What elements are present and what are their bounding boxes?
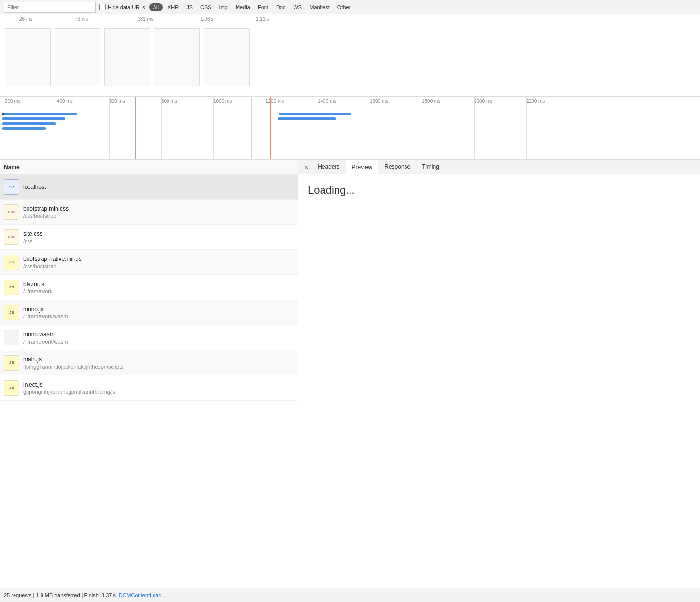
file-icon-0: <> — [4, 179, 19, 195]
timeline-bars-area — [0, 109, 700, 159]
tl-bar-2 — [2, 122, 56, 125]
ruler-tick-10: 2200 ms — [526, 99, 545, 104]
request-row-5[interactable]: JS mono.js /_framework/wasm — [0, 300, 298, 325]
request-info-7: main.js ffpmgghannindojpckbnlakejhfheopn… — [23, 356, 294, 370]
tl-bar-1 — [2, 117, 65, 120]
request-name-3: bootstrap-native.min.js — [23, 256, 294, 262]
filter-xhr-button[interactable]: XHR — [165, 3, 182, 11]
file-icon-3: JS — [4, 255, 19, 270]
request-info-3: bootstrap-native.min.js /css/bootstrap — [23, 256, 294, 269]
request-list[interactable]: Name <> localhost CSS bootstrap.min.css … — [0, 160, 298, 588]
content-area: Name <> localhost CSS bootstrap.min.css … — [0, 159, 700, 588]
ruler-tick-0: 200 ms — [5, 99, 21, 104]
request-info-2: site.css /css — [23, 230, 294, 244]
request-path-2: /css — [23, 238, 294, 244]
filter-all-button[interactable]: All — [149, 3, 163, 11]
filter-buttons: All XHR JS CSS Img Media Font Doc WS Man… — [149, 3, 354, 11]
thumb-3 — [154, 28, 200, 86]
request-name-5: mono.js — [23, 306, 294, 313]
file-icon-6 — [4, 330, 19, 345]
request-list-header: Name — [0, 160, 298, 174]
file-icon-8: JS — [4, 380, 19, 396]
request-path-5: /_framework/wasm — [23, 314, 294, 319]
request-row-1[interactable]: CSS bootstrap.min.css /css/bootstrap — [0, 200, 298, 225]
request-info-1: bootstrap.min.css /css/bootstrap — [23, 205, 294, 219]
wt-tick-4: 1.11 s — [256, 16, 269, 22]
request-name-6: mono.wasm — [23, 331, 294, 338]
request-info-5: mono.js /_framework/wasm — [23, 306, 294, 319]
hide-data-urls-checkbox[interactable] — [99, 4, 106, 10]
filter-font-button[interactable]: Font — [255, 3, 271, 11]
status-text: 25 requests | 1.9 MB transferred | Finis… — [4, 592, 119, 598]
detail-content: Loading... — [298, 174, 700, 588]
request-row-3[interactable]: JS bootstrap-native.min.js /css/bootstra… — [0, 250, 298, 275]
file-icon-1: CSS — [4, 204, 19, 220]
request-name-0: localhost — [23, 184, 294, 190]
file-icon-7: JS — [4, 355, 19, 371]
request-row-4[interactable]: JS blazor.js /_framework — [0, 275, 298, 300]
status-bar: 25 requests | 1.9 MB transferred | Finis… — [0, 588, 700, 602]
wt-tick-2: 331 ms — [138, 16, 154, 22]
request-path-7: ffpmgghannindojpckbnlakejhfheopn/scripts — [23, 364, 294, 370]
request-path-6: /_framework/wasm — [23, 339, 294, 344]
ruler-tick-7: 1600 ms — [370, 99, 388, 104]
filter-input[interactable] — [4, 2, 96, 13]
ruler-tick-6: 1400 ms — [318, 99, 336, 104]
wt-tick-0: 26 ms — [19, 16, 32, 22]
tab-response[interactable]: Response — [378, 160, 416, 174]
tl-bar-right-1 — [278, 117, 336, 120]
filter-doc-button[interactable]: Doc — [273, 3, 289, 11]
request-row-2[interactable]: CSS site.css /css — [0, 225, 298, 250]
request-name-4: blazor.js — [23, 281, 294, 287]
tab-preview[interactable]: Preview — [346, 160, 379, 174]
request-name-2: site.css — [23, 230, 294, 237]
request-path-8: gppongmhjkpfnbhagpmjfkannfbllamg/js — [23, 389, 294, 395]
ruler-tick-4: 1000 ms — [213, 99, 232, 104]
detail-panel: × Headers Preview Response Timing Loadin… — [298, 160, 700, 588]
tl-bar-right-0 — [279, 113, 351, 115]
wt-tick-1: 73 ms — [75, 16, 88, 22]
hide-data-urls-label: Hide data URLs — [99, 4, 145, 10]
ruler-tick-2: 600 ms — [109, 99, 125, 104]
tab-headers[interactable]: Headers — [312, 160, 345, 174]
waterfall-top: 26 ms 73 ms 331 ms 1.06 s 1.11 s — [0, 14, 700, 97]
tl-bar-3 — [2, 127, 46, 130]
dom-content-link[interactable]: DOMContentLoad... — [119, 592, 166, 598]
request-path-4: /_framework — [23, 288, 294, 294]
request-info-4: blazor.js /_framework — [23, 281, 294, 294]
tab-timing[interactable]: Timing — [416, 160, 445, 174]
request-path-1: /css/bootstrap — [23, 213, 294, 219]
filter-media-button[interactable]: Media — [233, 3, 253, 11]
detail-tabs: × Headers Preview Response Timing — [298, 160, 700, 174]
request-row-6[interactable]: mono.wasm /_framework/wasm — [0, 325, 298, 350]
ruler-tick-5: 1200 ms — [266, 99, 284, 104]
file-icon-4: JS — [4, 280, 19, 295]
file-icon-5: JS — [4, 305, 19, 320]
thumb-2 — [104, 28, 150, 86]
request-row-8[interactable]: JS inject.js gppongmhjkpfnbhagpmjfkannfb… — [0, 375, 298, 401]
close-button[interactable]: × — [300, 162, 312, 172]
filter-manifest-button[interactable]: Manifest — [307, 3, 333, 11]
filter-other-button[interactable]: Other — [335, 3, 354, 11]
request-info-8: inject.js gppongmhjkpfnbhagpmjfkannfblla… — [23, 381, 294, 395]
request-row-0[interactable]: <> localhost — [0, 174, 298, 200]
thumb-1 — [55, 28, 100, 86]
loading-text: Loading... — [308, 184, 355, 196]
tl-bar-0 — [2, 113, 77, 115]
request-row-7[interactable]: JS main.js ffpmgghannindojpckbnlakejhfhe… — [0, 350, 298, 375]
ruler-tick-1: 400 ms — [57, 99, 73, 104]
request-name-7: main.js — [23, 356, 294, 363]
filter-ws-button[interactable]: WS — [290, 3, 305, 11]
filter-js-button[interactable]: JS — [183, 3, 196, 11]
filter-img-button[interactable]: Img — [216, 3, 231, 11]
timeline-ruler: 200 ms 400 ms 600 ms 800 ms 1000 ms 1200… — [0, 97, 700, 159]
request-info-6: mono.wasm /_framework/wasm — [23, 331, 294, 344]
wt-tick-3: 1.06 s — [200, 16, 213, 22]
thumb-0 — [5, 28, 51, 86]
file-icon-2: CSS — [4, 229, 19, 245]
request-info-0: localhost — [23, 184, 294, 190]
tl-bar-dark — [2, 113, 4, 115]
request-path-3: /css/bootstrap — [23, 263, 294, 269]
filter-css-button[interactable]: CSS — [197, 3, 214, 11]
request-name-8: inject.js — [23, 381, 294, 388]
